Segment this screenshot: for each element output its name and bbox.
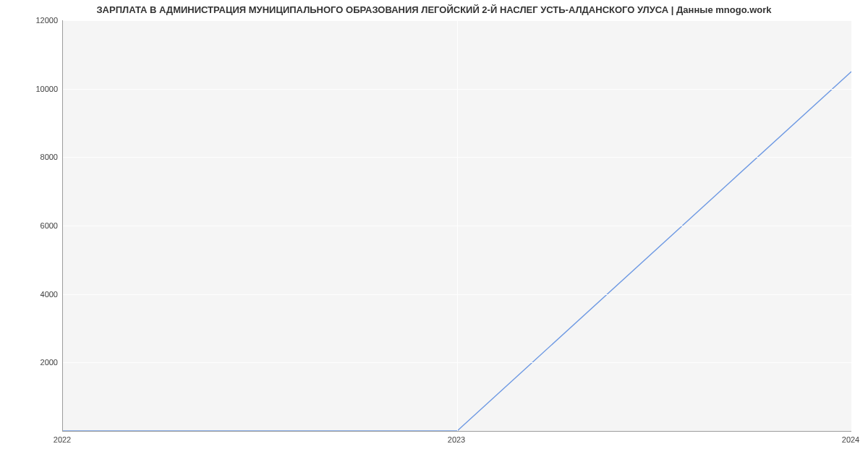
y-tick-label: 8000 bbox=[3, 153, 58, 161]
salary-chart: ЗАРПЛАТА В АДМИНИСТРАЦИЯ МУНИЦИПАЛЬНОГО … bbox=[0, 0, 868, 470]
y-tick-label: 10000 bbox=[3, 85, 58, 93]
y-tick-label: 2000 bbox=[3, 358, 58, 367]
x-tick-label: 2023 bbox=[448, 435, 465, 444]
y-tick-label: 4000 bbox=[3, 290, 58, 299]
plot-area bbox=[62, 20, 851, 432]
x-gridline bbox=[457, 20, 458, 431]
y-tick-label: 12000 bbox=[3, 16, 58, 25]
x-tick-label: 2022 bbox=[54, 435, 71, 444]
chart-title: ЗАРПЛАТА В АДМИНИСТРАЦИЯ МУНИЦИПАЛЬНОГО … bbox=[0, 4, 868, 15]
y-tick-label: 6000 bbox=[3, 221, 58, 230]
x-tick-label: 2024 bbox=[842, 435, 859, 444]
